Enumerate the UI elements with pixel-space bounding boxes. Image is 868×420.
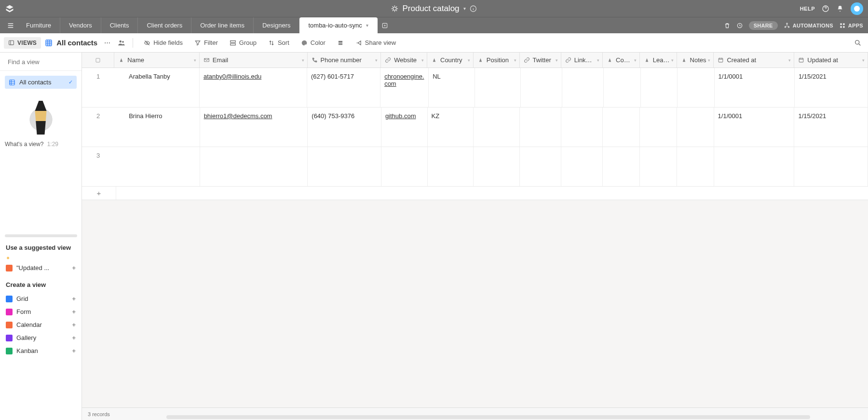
chevron-down-icon[interactable]: ▾	[597, 58, 599, 63]
share-view-button[interactable]: Share view	[352, 37, 400, 49]
chevron-down-icon[interactable]: ▾	[375, 58, 378, 63]
cell-linkedin[interactable]	[561, 147, 603, 186]
cell-updated[interactable]	[794, 147, 868, 186]
chevron-down-icon[interactable]: ▾	[302, 58, 304, 63]
column-header-twitter[interactable]: Twitter▾	[520, 53, 561, 68]
apps-button[interactable]: APPS	[839, 22, 863, 29]
chevron-down-icon[interactable]: ▾	[421, 58, 424, 63]
cell-company[interactable]	[603, 108, 640, 147]
cell-position[interactable]	[474, 147, 520, 186]
chevron-down-icon[interactable]: ▾	[514, 58, 516, 63]
hide-fields-button[interactable]: Hide fields	[140, 37, 187, 49]
add-icon[interactable]: +	[72, 347, 76, 354]
suggested-view-updated[interactable]: "Updated ... +	[0, 261, 81, 274]
help-button[interactable]: HELP	[800, 6, 815, 12]
cell-linkedin[interactable]	[561, 108, 603, 147]
chevron-down-icon[interactable]: ▾	[862, 58, 865, 63]
column-header-name[interactable]: Name▾	[114, 53, 199, 68]
cell-notes[interactable]	[677, 108, 714, 147]
chevron-down-icon[interactable]: ▾	[788, 58, 791, 63]
user-avatar[interactable]	[851, 2, 863, 15]
cell-website[interactable]	[381, 147, 428, 186]
tab-client-orders[interactable]: Client orders	[138, 17, 191, 33]
cell-website[interactable]: github.com	[381, 108, 428, 147]
add-table-button[interactable]	[378, 17, 392, 33]
row-height-button[interactable]	[333, 37, 348, 49]
add-icon[interactable]: +	[72, 321, 76, 328]
tab-dropdown-icon[interactable]: ▾	[366, 23, 368, 28]
add-icon[interactable]: +	[72, 308, 76, 315]
row-number[interactable]: 2	[82, 108, 114, 147]
trash-icon[interactable]	[724, 22, 731, 29]
add-row-button[interactable]: +	[82, 189, 116, 197]
cell-email[interactable]: atanby0@illinois.edu	[200, 68, 307, 107]
cell-updated[interactable]: 1/15/2021	[794, 108, 868, 147]
cell-phone[interactable]	[308, 147, 381, 186]
cell-linkedin[interactable]	[562, 68, 604, 107]
history-icon[interactable]	[736, 22, 743, 29]
share-button[interactable]: SHARE	[749, 21, 778, 30]
view-options-button[interactable]: ⋯	[101, 39, 113, 46]
cell-website[interactable]: chronoengine.com	[380, 68, 429, 107]
tab-order-line-items[interactable]: Order line items	[191, 17, 254, 33]
cell-created[interactable]: 1/1/0001	[714, 108, 795, 147]
column-header-website[interactable]: Website▾	[381, 53, 427, 68]
column-header-linkedin[interactable]: Link…▾	[561, 53, 603, 68]
cell-notes[interactable]	[678, 68, 715, 107]
row-number[interactable]: 1	[82, 68, 114, 107]
views-toggle-button[interactable]: VIEWS	[4, 37, 41, 49]
column-header-notes[interactable]: Notes▾	[677, 53, 714, 68]
grid-body[interactable]: 1 Arabella Tanby atanby0@illinois.edu (6…	[82, 68, 868, 407]
automations-button[interactable]: AUTOMATIONS	[784, 22, 833, 29]
add-icon[interactable]: +	[72, 295, 76, 302]
column-header-company[interactable]: Co…▾	[603, 53, 640, 68]
current-view-button[interactable]: All contacts	[45, 39, 97, 47]
add-icon[interactable]: +	[72, 264, 76, 271]
tab-furniture[interactable]: Furniture	[17, 17, 60, 33]
tab-vendors[interactable]: Vendors	[60, 17, 101, 33]
tab-tomba-io-auto-sync[interactable]: tomba-io-auto-sync ▾	[299, 17, 377, 33]
cell-name[interactable]	[114, 147, 200, 186]
base-menu-caret-icon[interactable]: ▾	[463, 6, 466, 11]
chevron-down-icon[interactable]: ▾	[671, 58, 674, 63]
column-header-email[interactable]: Email▾	[200, 53, 308, 68]
cell-updated[interactable]: 1/15/2021	[795, 68, 868, 107]
find-view-input[interactable]	[8, 58, 89, 66]
cell-phone[interactable]: (627) 601-5717	[307, 68, 380, 107]
cell-twitter[interactable]	[520, 147, 561, 186]
sort-button[interactable]: Sort	[264, 37, 293, 49]
tab-designers[interactable]: Designers	[254, 17, 300, 33]
group-button[interactable]: Group	[226, 37, 260, 49]
chevron-down-icon[interactable]: ▾	[708, 58, 710, 63]
cell-name[interactable]: Brina Hierro	[114, 108, 200, 147]
cell-email[interactable]: bhierro1@dedecms.com	[200, 108, 308, 147]
table-row[interactable]: 1 Arabella Tanby atanby0@illinois.edu (6…	[82, 68, 868, 108]
cell-country[interactable]: NL	[429, 68, 475, 107]
cell-phone[interactable]: (640) 753-9376	[308, 108, 381, 147]
column-header-country[interactable]: Country▾	[427, 53, 474, 68]
create-calendar-view[interactable]: Calendar+	[0, 318, 81, 331]
cell-notes[interactable]	[677, 147, 714, 186]
horizontal-scrollbar[interactable]	[166, 415, 810, 419]
column-header-lead[interactable]: Lea…▾	[640, 53, 677, 68]
cell-position[interactable]	[475, 68, 521, 107]
cell-lead[interactable]	[640, 147, 677, 186]
column-header-phone[interactable]: Phone number▾	[308, 53, 381, 68]
tab-clients[interactable]: Clients	[101, 17, 138, 33]
cell-name[interactable]: Arabella Tanby	[114, 68, 200, 107]
cell-created[interactable]: 1/1/0001	[715, 68, 795, 107]
cell-company[interactable]	[603, 147, 640, 186]
tables-menu-button[interactable]	[4, 17, 17, 33]
search-records-button[interactable]	[852, 37, 864, 49]
select-all-header[interactable]	[82, 53, 114, 68]
notification-bell-icon[interactable]	[836, 5, 844, 13]
cell-country[interactable]	[428, 147, 474, 186]
chevron-down-icon[interactable]: ▾	[468, 58, 470, 63]
color-button[interactable]: Color	[297, 37, 329, 49]
chevron-down-icon[interactable]: ▾	[556, 58, 558, 63]
base-title[interactable]: Product catalog	[402, 4, 459, 14]
info-icon[interactable]	[470, 5, 477, 13]
promo-card[interactable]: What's a view? 1:29	[5, 98, 77, 148]
cell-created[interactable]	[714, 147, 795, 186]
add-row[interactable]: +	[82, 187, 868, 200]
